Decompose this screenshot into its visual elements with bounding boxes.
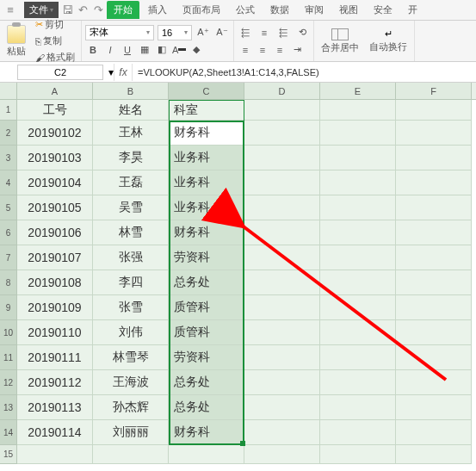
indent-button[interactable]: ⇥: [289, 42, 305, 58]
cell[interactable]: 20190114: [17, 420, 93, 445]
cell[interactable]: 王林: [93, 121, 169, 146]
cell[interactable]: [244, 370, 320, 395]
cell[interactable]: [320, 395, 396, 420]
row-header[interactable]: 14: [0, 420, 17, 445]
fill-color-button[interactable]: ◧: [154, 42, 170, 58]
cell[interactable]: [396, 395, 472, 420]
row-header[interactable]: 15: [0, 445, 17, 464]
tab-security[interactable]: 安全: [367, 2, 399, 18]
cell[interactable]: [396, 195, 472, 220]
cell[interactable]: 业务科: [169, 146, 244, 170]
cell[interactable]: 20190108: [17, 270, 93, 295]
tab-insert[interactable]: 插入: [141, 2, 174, 18]
highlight-button[interactable]: ◆: [189, 42, 204, 58]
fx-button[interactable]: fx: [114, 64, 133, 81]
cell[interactable]: [320, 270, 396, 295]
col-header-b[interactable]: B: [93, 83, 169, 99]
cell[interactable]: [244, 195, 320, 220]
col-header-c[interactable]: C: [169, 83, 244, 99]
align-right-button[interactable]: ≡: [272, 42, 287, 58]
cell[interactable]: [396, 295, 472, 320]
cell[interactable]: [320, 345, 396, 370]
cell[interactable]: [244, 420, 320, 445]
row-header[interactable]: 8: [0, 270, 17, 295]
cell[interactable]: 质管科: [169, 320, 244, 345]
cell[interactable]: [396, 445, 472, 464]
bold-button[interactable]: B: [85, 42, 101, 58]
row-header[interactable]: 3: [0, 146, 17, 170]
cell[interactable]: [169, 445, 244, 464]
cell[interactable]: [320, 121, 396, 146]
cell[interactable]: [244, 445, 320, 464]
cell[interactable]: [396, 370, 472, 395]
formula-input[interactable]: =VLOOKUP(A2,Sheet13!A1:C14,3,FALSE): [133, 65, 476, 79]
cell[interactable]: 科室: [169, 100, 244, 121]
cell[interactable]: 林雪琴: [93, 345, 169, 370]
cell[interactable]: 王磊: [93, 170, 169, 195]
cell[interactable]: 总务处: [169, 395, 244, 420]
cell[interactable]: 刘伟: [93, 320, 169, 345]
cell[interactable]: [396, 100, 472, 121]
cell[interactable]: 姓名: [93, 100, 169, 121]
cell[interactable]: [244, 270, 320, 295]
cell[interactable]: [396, 245, 472, 270]
cell[interactable]: [244, 100, 320, 121]
cell[interactable]: [244, 245, 320, 270]
font-size-select[interactable]: 16▾: [158, 25, 192, 40]
wrap-text-button[interactable]: ↵ 自动换行: [366, 27, 411, 55]
col-header-d[interactable]: D: [244, 83, 320, 99]
align-top-button[interactable]: ⬱: [238, 25, 253, 40]
cell[interactable]: [320, 170, 396, 195]
cell[interactable]: 总务处: [169, 370, 244, 395]
row-header[interactable]: 13: [0, 395, 17, 420]
decrease-font-button[interactable]: A⁻: [214, 25, 230, 40]
paste-button[interactable]: 粘贴: [3, 25, 29, 58]
row-header[interactable]: 4: [0, 170, 17, 195]
cell[interactable]: [396, 420, 472, 445]
font-family-select[interactable]: 宋体▾: [85, 25, 154, 40]
row-header[interactable]: 1: [0, 100, 17, 121]
cell[interactable]: [396, 220, 472, 245]
cell[interactable]: 吴雪: [93, 195, 169, 220]
align-center-button[interactable]: ≡: [255, 42, 270, 58]
cell[interactable]: 李昊: [93, 146, 169, 170]
cell[interactable]: [396, 345, 472, 370]
cell[interactable]: [396, 146, 472, 170]
copy-button[interactable]: ⎘复制: [33, 34, 77, 48]
cell[interactable]: [320, 445, 396, 464]
cell[interactable]: 王海波: [93, 370, 169, 395]
underline-button[interactable]: U: [120, 42, 135, 58]
tab-home[interactable]: 开始: [107, 1, 139, 19]
font-color-button[interactable]: A: [171, 42, 187, 58]
menu-icon[interactable]: ≡: [3, 3, 17, 17]
cell[interactable]: 孙杰辉: [93, 395, 169, 420]
cell[interactable]: [244, 220, 320, 245]
cell[interactable]: [320, 100, 396, 121]
align-left-button[interactable]: ≡: [238, 42, 253, 58]
cell[interactable]: 20190102: [17, 121, 93, 146]
cell[interactable]: 20190107: [17, 245, 93, 270]
cell[interactable]: 劳资科: [169, 245, 244, 270]
cell[interactable]: [320, 420, 396, 445]
cell[interactable]: 劳资科: [169, 345, 244, 370]
cell[interactable]: [244, 146, 320, 170]
cell[interactable]: 20190103: [17, 146, 93, 170]
tab-view[interactable]: 视图: [332, 2, 365, 18]
cell[interactable]: 业务科: [169, 170, 244, 195]
cell[interactable]: [320, 370, 396, 395]
cell[interactable]: 20190104: [17, 170, 93, 195]
cell[interactable]: 20190110: [17, 320, 93, 345]
cell[interactable]: [244, 395, 320, 420]
tab-more[interactable]: 开: [401, 2, 424, 18]
col-header-e[interactable]: E: [320, 83, 396, 99]
cell[interactable]: 质管科: [169, 295, 244, 320]
redo-icon[interactable]: ↷: [91, 3, 105, 17]
row-header[interactable]: 5: [0, 195, 17, 220]
row-header[interactable]: 6: [0, 220, 17, 245]
orientation-button[interactable]: ⟲: [294, 25, 310, 40]
cell[interactable]: [17, 445, 93, 464]
cell[interactable]: [244, 295, 320, 320]
cell[interactable]: [93, 445, 169, 464]
cell[interactable]: 20190106: [17, 220, 93, 245]
col-header-f[interactable]: F: [396, 83, 472, 99]
